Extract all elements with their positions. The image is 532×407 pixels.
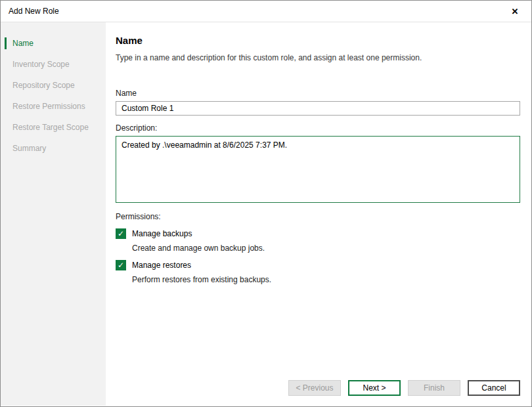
title-bar: Add New Role ✕ [1,1,531,22]
step-label: Restore Permissions [12,102,85,111]
step-label: Restore Target Scope [12,123,89,132]
description-field-group: Description: Created by .\veeamadmin at … [116,123,520,205]
manage-restores-description: Perform restores from existing backups. [132,275,520,284]
permission-row-manage-restores: ✓ Manage restores Perform restores from … [116,260,520,284]
wizard-footer: < Previous Next > Finish Cancel [288,380,520,396]
close-icon[interactable]: ✕ [506,3,523,20]
manage-backups-description: Create and manage own backup jobs. [132,244,520,253]
manage-backups-checkbox[interactable]: ✓ [116,228,126,239]
permissions-label: Permissions: [116,212,520,221]
finish-button[interactable]: Finish [408,380,460,396]
permission-row-manage-backups: ✓ Manage backups Create and manage own b… [116,228,520,253]
manage-restores-checkbox[interactable]: ✓ [116,260,126,270]
wizard-page-name: Name Type in a name and description for … [106,22,531,406]
sidebar-item-inventory-scope[interactable]: Inventory Scope [1,54,106,75]
window-title: Add New Role [9,7,59,16]
active-step-indicator [5,37,7,49]
sidebar-item-restore-permissions[interactable]: Restore Permissions [1,96,106,117]
role-name-input[interactable] [116,101,520,116]
step-label: Summary [12,144,46,153]
step-label: Inventory Scope [12,60,70,69]
sidebar-item-restore-target-scope[interactable]: Restore Target Scope [1,117,106,138]
dialog-body: Name Inventory Scope Repository Scope Re… [1,22,531,406]
description-field-label: Description: [116,123,520,133]
page-title: Name [116,35,520,46]
name-field-label: Name [116,89,520,98]
sidebar-item-name[interactable]: Name [1,33,106,54]
sidebar-item-repository-scope[interactable]: Repository Scope [1,75,106,96]
step-label: Name [12,39,33,48]
wizard-steps-sidebar: Name Inventory Scope Repository Scope Re… [1,22,106,406]
manage-backups-label[interactable]: Manage backups [132,229,192,238]
role-description-textarea[interactable]: Created by .\veeamadmin at 8/6/2025 7:37… [116,136,520,203]
name-field-group: Name [116,89,520,116]
step-label: Repository Scope [12,81,75,90]
add-new-role-dialog: Add New Role ✕ Name Inventory Scope Repo… [0,0,532,407]
page-description: Type in a name and description for this … [116,53,520,62]
manage-restores-label[interactable]: Manage restores [132,261,191,270]
permissions-group: Permissions: ✓ Manage backups Create and… [116,212,520,284]
sidebar-item-summary[interactable]: Summary [1,138,106,159]
next-button[interactable]: Next > [348,380,401,396]
previous-button[interactable]: < Previous [288,380,341,396]
cancel-button[interactable]: Cancel [468,380,520,396]
